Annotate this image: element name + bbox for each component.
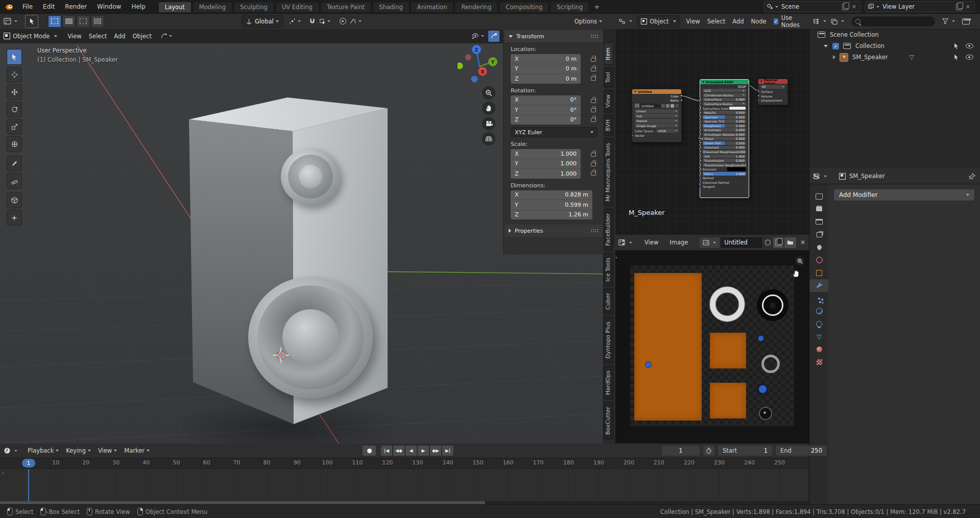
lock-rotation-x[interactable] (589, 95, 597, 105)
visibility-dropdown[interactable] (469, 33, 486, 39)
viewport-menu[interactable]: Add (110, 29, 129, 43)
node-parameter-row[interactable]: GGX GGX (700, 89, 749, 93)
options-dropdown[interactable]: Options (571, 13, 606, 29)
timeline-ruler[interactable]: 1020304050607080901001101201301401501601… (0, 458, 809, 469)
play-reverse-button[interactable]: ◀ (405, 445, 417, 456)
workspace-tab[interactable]: Compositing (499, 2, 549, 12)
scene-unlink-icon[interactable]: ✕ (850, 4, 858, 10)
add-workspace-button[interactable]: + (590, 3, 604, 11)
timeline-menu[interactable]: Marker (121, 443, 153, 458)
properties-tab[interactable] (809, 356, 829, 368)
rotation-field[interactable]: Y0° (511, 105, 581, 115)
expand-arrow-icon[interactable] (824, 45, 828, 47)
sidebar-tab[interactable]: FaceBuilder (604, 209, 613, 251)
image-name-input[interactable]: Untitled (720, 237, 763, 249)
node-parameter-row[interactable]: Christensen-Burley Christensen-Burley (700, 93, 749, 97)
navigation-gizmo[interactable]: Z Y X (458, 44, 501, 88)
properties-tab[interactable] (809, 343, 829, 356)
axis-neg-x-ball[interactable] (465, 54, 471, 60)
node-parameter-row[interactable]: Normal Normal (700, 176, 749, 180)
axis-neg-y-ball[interactable] (458, 63, 463, 69)
node-dropdown[interactable]: Flat (635, 114, 679, 118)
hide-eye-icon[interactable] (966, 55, 973, 60)
use-nodes-checkbox[interactable]: ✓ Use Nodes (770, 13, 809, 29)
tool-extra[interactable] (7, 210, 22, 226)
image-browse-icon[interactable] (635, 104, 639, 108)
fake-user-icon[interactable] (661, 104, 665, 108)
sidebar-tab[interactable]: Cuber (604, 288, 613, 314)
image-editor-canvas[interactable]: › (615, 250, 809, 443)
node-parameter-row[interactable]: BSDF BSDF (700, 84, 749, 89)
tool-add-primitive[interactable] (7, 192, 22, 208)
end-frame-field[interactable]: End250 (775, 445, 827, 456)
lock-scale-y[interactable] (589, 159, 597, 168)
editor-type-button[interactable] (0, 13, 21, 29)
add-modifier-dropdown[interactable]: Add Modifier (833, 189, 975, 201)
image-name-field[interactable]: Untitled (641, 104, 654, 108)
properties-tab[interactable]: ▽ (809, 330, 829, 343)
node-dropdown[interactable]: Linear (635, 109, 679, 113)
location-field[interactable]: Z0 m (511, 74, 581, 84)
dimension-field[interactable]: Y0.599 m (511, 200, 592, 210)
scale-field[interactable]: Z1.000 (511, 169, 581, 179)
shader-editor-type-button[interactable] (615, 13, 636, 29)
topbar-menu[interactable]: Render (60, 0, 92, 13)
view-layer-remove-icon[interactable]: ✕ (964, 4, 972, 10)
properties-tab[interactable] (809, 190, 829, 203)
blender-logo-icon[interactable] (0, 3, 17, 10)
node-output-socket[interactable]: Color (632, 94, 681, 98)
workspace-tab[interactable]: Shading (372, 2, 410, 12)
node-parameter-row[interactable]: Specular Tint Specular Tint0.000 (700, 119, 749, 124)
jump-to-start-button[interactable]: |◀ (380, 445, 393, 456)
workspace-tab[interactable]: Scripting (550, 2, 589, 12)
open-image-icon[interactable] (671, 104, 674, 108)
node-parameter-row[interactable]: Anisotropic Anisotropic0.000 (700, 128, 749, 132)
scale-field[interactable]: X1.000 (511, 149, 581, 159)
node-parameter-row[interactable]: Sheen Tint Sheen Tint0.500 (700, 141, 749, 145)
current-frame-indicator[interactable]: 1 (22, 459, 35, 467)
collection-checkbox[interactable]: ✓ (832, 43, 839, 50)
panel-grip[interactable] (590, 34, 599, 39)
properties-tab[interactable] (809, 215, 829, 228)
axis-neg-z-ball[interactable] (471, 76, 478, 83)
transform-panel-header[interactable]: Transform (505, 30, 603, 42)
auto-keying-toggle[interactable] (362, 445, 376, 456)
proportional-falloff-dropdown[interactable] (350, 13, 365, 29)
tool-scale[interactable] (7, 119, 22, 135)
topbar-menu[interactable]: File (17, 0, 38, 13)
node-input-socket[interactable]: Displacement (758, 98, 787, 103)
select-mode-intersect[interactable] (91, 15, 104, 28)
properties-tab[interactable] (809, 292, 829, 305)
tool-move[interactable] (7, 84, 22, 100)
properties-tab[interactable] (809, 305, 829, 317)
rotation-field[interactable]: X0° (511, 95, 581, 106)
sidebar-tab[interactable]: Ice Tools (604, 253, 613, 286)
new-collection-button[interactable]: + (959, 13, 980, 29)
workspace-tab[interactable]: UV Editing (275, 2, 319, 12)
image-open-button[interactable] (784, 237, 797, 249)
properties-tab[interactable] (809, 241, 829, 254)
tool-select-box[interactable] (7, 49, 22, 65)
outliner-filter-button[interactable] (939, 13, 959, 29)
outliner-row-sm-speaker[interactable]: SM_Speaker ▽ (809, 52, 980, 63)
timeline-menu[interactable]: Keying (62, 443, 94, 458)
jump-to-end-button[interactable]: ▶| (442, 445, 454, 456)
select-mode-subtract[interactable] (77, 15, 90, 28)
workspace-tab[interactable]: Modeling (193, 2, 232, 12)
sidebar-tab[interactable]: Mr Mannequins Tools (604, 138, 613, 206)
pivot-point-dropdown[interactable] (285, 13, 304, 29)
outliner-display-mode-button[interactable] (830, 13, 848, 29)
sidebar-tab[interactable]: Tool (604, 67, 613, 87)
material-output-node-header[interactable]: Material Output (758, 79, 787, 84)
properties-tab[interactable] (809, 317, 829, 330)
lock-location-y[interactable] (589, 64, 597, 73)
camera-view-button[interactable] (482, 117, 495, 130)
pin-id-button[interactable] (969, 173, 975, 180)
image-unlink-button[interactable]: ✕ (797, 235, 809, 250)
image-editor-menu[interactable]: View (641, 235, 662, 250)
region-toggle-chevron[interactable]: › (615, 254, 617, 261)
properties-subpanel-header[interactable]: Properties (505, 225, 603, 237)
outliner-editor-type-button[interactable] (809, 13, 830, 29)
image-editor-type-button[interactable] (615, 235, 636, 250)
node-parameter-row[interactable]: Clearcoat Roughness Clearcoat Roughness0… (700, 150, 749, 154)
